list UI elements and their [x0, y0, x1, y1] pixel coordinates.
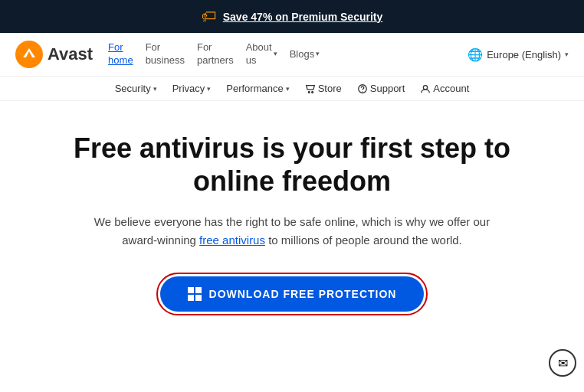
top-banner: 🏷 Save 47% on Premium Security [0, 0, 584, 33]
cta-label: DOWNLOAD FREE PROTECTION [209, 288, 397, 300]
hero-subtext: We believe everyone has the right to be … [77, 213, 507, 250]
chevron-icon: ▾ [316, 50, 320, 59]
chevron-icon: ▾ [286, 85, 290, 93]
store-icon [305, 83, 316, 94]
privacy-label: Privacy [172, 83, 205, 94]
sec-nav-security[interactable]: Security ▾ [115, 83, 157, 94]
main-nav-links: Forhome Forbusiness Forpartners Aboutus … [108, 41, 468, 67]
sec-nav-performance[interactable]: Performance ▾ [226, 83, 289, 94]
performance-label: Performance [226, 83, 283, 94]
nav-for-home[interactable]: Forhome [108, 41, 133, 67]
hero-headline: Free antivirus is your first step to onl… [61, 132, 523, 198]
main-nav: Avast Forhome Forbusiness Forpartners Ab… [0, 33, 584, 77]
svg-point-4 [362, 90, 363, 91]
logo-text: Avast [48, 44, 93, 64]
secondary-nav: Security ▾ Privacy ▾ Performance ▾ Store… [0, 77, 584, 101]
region-label: Europe (English) [487, 49, 561, 60]
account-label: Account [433, 83, 469, 94]
chevron-icon: ▾ [565, 51, 569, 58]
cta-wrapper: DOWNLOAD FREE PROTECTION [156, 273, 428, 315]
sec-nav-privacy[interactable]: Privacy ▾ [172, 83, 212, 94]
sec-nav-store[interactable]: Store [305, 83, 342, 94]
nav-for-partners[interactable]: Forpartners [197, 41, 234, 67]
svg-point-1 [308, 91, 310, 93]
discount-icon: 🏷 [202, 8, 217, 25]
chevron-icon: ▾ [207, 85, 211, 93]
logo[interactable]: Avast [15, 41, 93, 68]
banner-link[interactable]: Save 47% on Premium Security [223, 11, 383, 23]
download-button[interactable]: DOWNLOAD FREE PROTECTION [160, 276, 425, 312]
svg-point-5 [424, 85, 428, 89]
support-icon [357, 83, 368, 94]
svg-point-2 [311, 91, 313, 93]
windows-icon [188, 287, 202, 301]
support-label: Support [370, 83, 405, 94]
chevron-icon: ▾ [153, 85, 157, 93]
nav-about-us[interactable]: Aboutus ▾ [246, 41, 277, 67]
security-label: Security [115, 83, 151, 94]
sec-nav-support[interactable]: Support [357, 83, 405, 94]
globe-icon: 🌐 [468, 47, 483, 62]
region-selector[interactable]: 🌐 Europe (English) ▾ [468, 47, 569, 62]
chevron-icon: ▾ [274, 50, 277, 59]
store-label: Store [318, 83, 342, 94]
avast-logo-icon [15, 41, 43, 68]
sec-nav-account[interactable]: Account [420, 83, 469, 94]
account-icon [420, 83, 431, 94]
nav-blogs[interactable]: Blogs ▾ [290, 48, 320, 61]
hero-section: Free antivirus is your first step to onl… [0, 101, 584, 338]
nav-for-business[interactable]: Forbusiness [146, 41, 185, 67]
free-antivirus-link[interactable]: free antivirus [199, 234, 265, 247]
